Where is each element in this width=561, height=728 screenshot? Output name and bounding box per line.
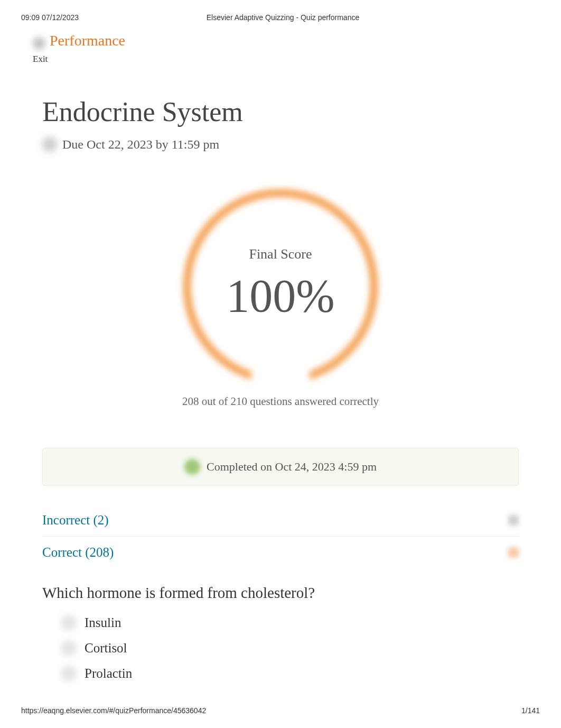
footer-url: https://eaqng.elsevier.com/#/quizPerform… bbox=[21, 706, 206, 715]
question-block: Which hormone is formed from cholesterol… bbox=[42, 584, 519, 681]
due-date: Due Oct 22, 2023 by 11:59 pm bbox=[62, 137, 219, 152]
exit-link[interactable]: Exit bbox=[0, 50, 561, 64]
radio-icon bbox=[61, 615, 77, 631]
incorrect-section[interactable]: Incorrect (2) bbox=[42, 504, 519, 537]
answer-option[interactable]: Insulin bbox=[61, 615, 519, 631]
score-content: Final Score 100% bbox=[201, 246, 360, 319]
calendar-icon bbox=[42, 137, 57, 152]
answer-text: Insulin bbox=[85, 615, 121, 630]
radio-icon bbox=[61, 666, 77, 681]
breadcrumb: Performance bbox=[0, 27, 561, 50]
incorrect-label: Incorrect (2) bbox=[42, 513, 109, 528]
page-header: 09:09 07/12/2023 Elsevier Adaptive Quizz… bbox=[0, 0, 561, 27]
checkmark-icon bbox=[184, 459, 200, 475]
completed-banner: Completed on Oct 24, 2023 4:59 pm bbox=[42, 448, 519, 486]
chevron-up-icon bbox=[508, 547, 519, 558]
answer-list: Insulin Cortisol Prolactin bbox=[42, 615, 519, 681]
page-footer: https://eaqng.elsevier.com/#/quizPerform… bbox=[0, 706, 561, 715]
header-title: Elsevier Adaptive Quizzing - Quiz perfor… bbox=[79, 13, 540, 22]
answer-option[interactable]: Cortisol bbox=[61, 640, 519, 656]
score-summary: 208 out of 210 questions answered correc… bbox=[42, 395, 519, 408]
radio-icon bbox=[61, 640, 77, 656]
answer-option[interactable]: Prolactin bbox=[61, 666, 519, 681]
main-content: Endocrine System Due Oct 22, 2023 by 11:… bbox=[0, 64, 561, 681]
quiz-title: Endocrine System bbox=[42, 96, 519, 127]
correct-section[interactable]: Correct (208) bbox=[42, 537, 519, 568]
score-label: Final Score bbox=[201, 246, 360, 262]
back-icon[interactable] bbox=[33, 37, 45, 50]
score-ring-container: Final Score 100% bbox=[42, 189, 519, 384]
chevron-down-icon bbox=[508, 515, 519, 526]
breadcrumb-link[interactable]: Performance bbox=[50, 32, 125, 49]
score-value: 100% bbox=[201, 273, 360, 319]
completed-text: Completed on Oct 24, 2023 4:59 pm bbox=[207, 460, 377, 474]
answer-text: Prolactin bbox=[85, 666, 132, 681]
due-date-row: Due Oct 22, 2023 by 11:59 pm bbox=[42, 137, 519, 152]
answer-text: Cortisol bbox=[85, 641, 127, 656]
question-text: Which hormone is formed from cholesterol… bbox=[42, 584, 519, 602]
header-timestamp: 09:09 07/12/2023 bbox=[21, 13, 79, 22]
footer-page: 1/141 bbox=[521, 706, 540, 715]
correct-label: Correct (208) bbox=[42, 545, 114, 560]
